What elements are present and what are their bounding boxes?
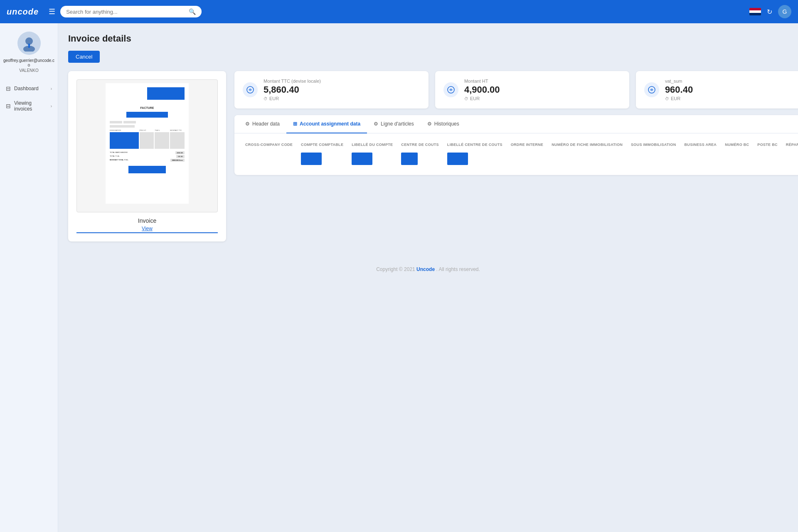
col-ordre-interne: ORDRE INTERNE (507, 140, 547, 149)
table-header: CROSS-COMPANY CODE COMPTE COMPTABLE LIBE… (241, 140, 798, 149)
tab-historiques[interactable]: ⚙ Historiques (421, 115, 466, 133)
page-title: Invoice details (68, 33, 788, 44)
col-centre-couts: CENTRE DE COUTS (397, 140, 443, 149)
col-compte-comptable: COMPTE COMPTABLE (297, 140, 347, 149)
stat-currency-ttc: ⏱ EUR (264, 96, 321, 101)
stat-info-vat: vat_sum 960.40 ⏱ EUR (665, 79, 693, 101)
main-content: Invoice details Cancel FACTURE (58, 23, 798, 532)
tab-header-data[interactable]: ⚙ Header data (239, 115, 286, 133)
cell-repartition-bc (782, 149, 798, 168)
tab-icon-header: ⚙ (245, 121, 250, 127)
stat-value-ttc: 5,860.40 (264, 85, 321, 94)
sidebar-item-dashboard-label: Dashboard (14, 86, 39, 91)
stat-card-montant-ht: Montant HT 4,900.00 ⏱ EUR (435, 71, 629, 108)
footer: Copyright © 2021 Uncode . All rights res… (68, 258, 788, 281)
blue-cell-compte (301, 153, 322, 165)
col-libelle-centre: LIBELLÉ CENTRE DE COUTS (443, 140, 507, 149)
refresh-icon[interactable]: ↻ (767, 8, 772, 16)
right-panel: Montant TTC (devise locale) 5,860.40 ⏱ E… (234, 71, 798, 175)
cell-cross-company (241, 149, 297, 168)
sidebar-item-invoices-label: Viewing invoices (14, 100, 47, 112)
col-cross-company: CROSS-COMPANY CODE (241, 140, 297, 149)
table-row (241, 149, 798, 168)
user-avatar[interactable]: G (778, 5, 791, 18)
clock-icon-2: ⏱ (464, 96, 468, 101)
table-container: CROSS-COMPANY CODE COMPTE COMPTABLE LIBE… (234, 133, 798, 175)
stat-icon-ht (443, 82, 458, 97)
chevron-right-icon-2: › (51, 104, 52, 108)
invoice-label: Invoice (76, 217, 218, 224)
cell-centre-couts (397, 149, 443, 168)
search-icon: 🔍 (189, 8, 196, 15)
tab-icon-ligne: ⚙ (374, 121, 378, 127)
menu-icon[interactable]: ☰ (49, 7, 55, 16)
tab-account-assignment[interactable]: ⊞ Account assignment data (286, 115, 367, 133)
stat-currency-vat: ⏱ EUR (665, 96, 693, 101)
invoice-input-bar (126, 112, 168, 118)
invoices-icon: ⊟ (6, 103, 11, 109)
col-business-area: BUSINESS AREA (680, 140, 721, 149)
stat-value-ht: 4,900.00 (464, 85, 500, 94)
tabs-header: ⚙ Header data ⊞ Account assignment data … (234, 115, 798, 133)
tab-ligne-articles[interactable]: ⚙ Ligne d'articles (367, 115, 421, 133)
app-logo: uncode (7, 7, 39, 17)
topnav-right: ↻ G (749, 5, 791, 18)
cell-compte-comptable (297, 149, 347, 168)
stat-icon-vat (644, 82, 659, 97)
tab-label-ligne: Ligne d'articles (381, 121, 414, 127)
tab-label-account: Account assignment data (300, 121, 360, 127)
sidebar-navigation: ⊟ Dashboard › ⊟ Viewing invoices › (0, 81, 58, 116)
blue-cell-libelle-centre (447, 153, 468, 165)
search-input[interactable] (66, 9, 186, 15)
clock-icon-1: ⏱ (264, 96, 268, 101)
col-repartition-bc: RÉPARTITION BC (782, 140, 798, 149)
language-flag[interactable] (749, 8, 761, 15)
tabs-card: ⚙ Header data ⊞ Account assignment data … (234, 115, 798, 175)
data-table: CROSS-COMPANY CODE COMPTE COMPTABLE LIBE… (241, 140, 798, 168)
cancel-button[interactable]: Cancel (68, 51, 100, 63)
blue-cell-centre (401, 153, 418, 165)
table-body (241, 149, 798, 168)
stat-label-ttc: Montant TTC (devise locale) (264, 79, 321, 84)
stats-row: Montant TTC (devise locale) 5,860.40 ⏱ E… (234, 71, 798, 108)
svg-rect-2 (28, 44, 30, 48)
invoice-preview-card: FACTURE DESIGNATION PRIX HT TVA % MONTAN… (68, 71, 226, 241)
invoice-document-container: FACTURE DESIGNATION PRIX HT TVA % MONTAN… (76, 79, 218, 212)
footer-copyright: Copyright © 2021 (376, 266, 415, 272)
col-numero-fiche: NUMÉRO DE FICHE IMMOBILISATION (547, 140, 627, 149)
cell-numero-fiche (547, 149, 627, 168)
tab-icon-historiques: ⚙ (427, 121, 432, 127)
cell-libelle-compte (347, 149, 397, 168)
stat-info-ttc: Montant TTC (devise locale) 5,860.40 ⏱ E… (264, 79, 321, 101)
invoice-header-bar (147, 87, 185, 100)
content-layout: FACTURE DESIGNATION PRIX HT TVA % MONTAN… (68, 71, 788, 241)
invoice-view-link[interactable]: View (76, 226, 218, 233)
tab-label-header: Header data (252, 121, 280, 127)
stat-label-ht: Montant HT (464, 79, 500, 84)
stat-label-vat: vat_sum (665, 79, 693, 84)
stat-card-montant-ttc: Montant TTC (devise locale) 5,860.40 ⏱ E… (234, 71, 429, 108)
chevron-right-icon: › (51, 86, 52, 91)
sidebar-avatar (17, 32, 41, 55)
tab-label-historiques: Historiques (434, 121, 459, 127)
sidebar-company: VALENKO (19, 68, 39, 73)
sidebar: geoffrey.guerrier@uncode.co VALENKO ⊟ Da… (0, 23, 58, 532)
col-libelle-compte: LIBELLÉ DU COMPTE (347, 140, 397, 149)
clock-icon-3: ⏱ (665, 96, 669, 101)
stat-icon-ttc (243, 82, 258, 97)
cell-ordre-interne (507, 149, 547, 168)
cell-libelle-centre (443, 149, 507, 168)
footer-rights: . All rights reserved. (436, 266, 480, 272)
sidebar-username: geoffrey.guerrier@uncode.co (0, 58, 58, 67)
stat-card-vat-sum: vat_sum 960.40 ⏱ EUR (636, 71, 798, 108)
cell-business-area (680, 149, 721, 168)
cell-numero-bc (721, 149, 753, 168)
sidebar-item-viewing-invoices[interactable]: ⊟ Viewing invoices › (0, 96, 58, 116)
col-poste-bc: POSTE BC (753, 140, 781, 149)
table-header-row: CROSS-COMPANY CODE COMPTE COMPTABLE LIBE… (241, 140, 798, 149)
sidebar-item-dashboard[interactable]: ⊟ Dashboard › (0, 81, 58, 96)
search-bar[interactable]: 🔍 (60, 6, 202, 17)
footer-brand-link[interactable]: Uncode (416, 266, 435, 272)
blue-cell-libelle (352, 153, 372, 165)
stat-info-ht: Montant HT 4,900.00 ⏱ EUR (464, 79, 500, 101)
